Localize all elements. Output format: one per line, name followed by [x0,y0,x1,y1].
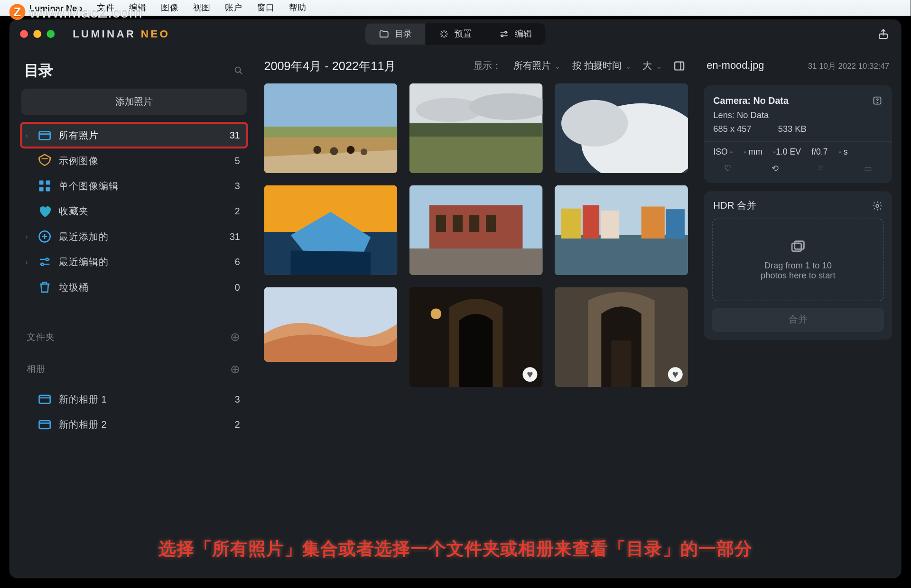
thumbnail[interactable]: ♥ [555,287,688,387]
sidebar-albums: 新的相册 1 3 新的相册 2 2 [21,387,247,436]
svg-point-10 [46,258,48,260]
dimensions: 685 x 457 [713,124,751,134]
sidebar-item-sample[interactable]: › 示例图像 5 [21,148,247,173]
trash-icon [37,280,52,294]
menu-help[interactable]: 帮助 [289,2,307,14]
close-icon[interactable] [20,30,28,38]
mode-segmented-control: 目录 预置 编辑 [365,23,545,45]
lens-label: Lens: No Data [713,108,883,122]
svg-point-16 [877,102,877,103]
menu-image[interactable]: 图像 [161,2,178,14]
hint-caption: 选择「所有照片」集合或者选择一个文件夹或相册来查看「目录」的一部分 [9,538,902,561]
favorite-badge-icon[interactable]: ♥ [523,367,538,382]
camera-label: Camera: No Data [713,95,789,106]
zoom-icon[interactable] [46,30,55,38]
menu-view[interactable]: 视图 [193,2,211,14]
svg-point-17 [876,204,879,207]
thumbnail[interactable] [555,83,688,174]
sidebar-item-label: 示例图像 [59,154,99,167]
sidebar: 目录 添加照片 › 所有照片 31› 示例图像 5› 单个图像编辑 3› 收藏夹… [9,49,256,579]
seg-edit[interactable]: 编辑 [485,23,545,45]
seg-presets[interactable]: 预置 [425,23,485,45]
thumbnail[interactable] [555,185,688,276]
metadata-card: Camera: No Data Lens: No Data 685 x 457 … [704,85,892,184]
sort-dropdown[interactable]: 按 拍摄时间⌄ [572,60,631,72]
thumbnail[interactable] [409,185,543,276]
app-window: LUMINAR NEO 目录 预置 编辑 目录 添加照片 › [9,19,902,579]
rotate-icon[interactable]: ⟲ [772,163,779,174]
sidebar-item-trash[interactable]: › 垃圾桶 0 [21,275,247,299]
thumbnail[interactable] [264,83,397,174]
menu-account[interactable]: 账户 [225,2,242,14]
sidebar-item-recent-edit[interactable]: › 最近编辑的 6 [21,250,247,274]
gear-icon[interactable] [872,200,883,211]
sidebar-item-label: 最近添加的 [59,230,109,243]
svg-point-1 [502,35,503,37]
filter-dropdown[interactable]: 所有照片⌄ [513,60,560,72]
thumbnail-grid: ♥♥ [261,83,691,387]
favorite-icon[interactable]: ♡ [724,163,732,174]
all-icon [37,128,52,143]
svg-point-0 [505,31,507,33]
add-photos-button[interactable]: 添加照片 [21,89,247,115]
sidebar-item-count: 0 [235,282,240,292]
sidebar-item-count: 6 [235,257,240,267]
svg-rect-4 [39,131,50,139]
favorite-badge-icon[interactable]: ♥ [668,367,683,382]
merge-button[interactable]: 合并 [712,308,884,332]
seg-edit-label: 编辑 [515,28,532,40]
thumbnail[interactable]: ♥ [409,287,543,387]
sidebar-item-label: 单个图像编辑 [59,180,119,193]
svg-point-3 [235,67,240,72]
sidebar-item-recent-add[interactable]: › 最近添加的 31 [21,224,247,248]
sidebar-item-count: 31 [230,130,240,140]
help-icon[interactable] [872,95,883,106]
share-icon[interactable] [877,28,889,40]
sidebar-item-label: 最近编辑的 [59,256,109,268]
window-controls [20,30,55,38]
seg-catalog[interactable]: 目录 [365,23,425,45]
watermark-url: www.MacZ.com [29,3,142,21]
albums-label: 相册 [27,363,45,375]
thumbnail[interactable] [264,287,397,362]
sliders-icon [499,28,509,39]
size-dropdown[interactable]: 大⌄ [642,60,661,72]
svg-rect-12 [39,395,50,404]
thumbnail[interactable] [264,185,397,276]
show-label: 显示： [474,60,502,72]
sidebar-item-count: 5 [235,155,240,165]
recent-edit-icon [37,255,52,269]
file-date: 31 10月 2022 10:32:47 [808,61,890,72]
add-folder-icon[interactable]: ⊕ [230,330,240,344]
menu-window[interactable]: 窗口 [257,2,275,14]
sidebar-album-item[interactable]: 新的相册 1 3 [21,387,247,411]
date-range: 2009年4月 - 2022年11月 [264,58,396,74]
main-header: 2009年4月 - 2022年11月 显示： 所有照片⌄ 按 拍摄时间⌄ 大⌄ [261,55,691,83]
albums-section-header: 相册 ⊕ [21,355,247,379]
sparkle-icon [438,28,449,39]
add-album-icon[interactable]: ⊕ [230,362,240,377]
album-label: 新的相册 2 [59,418,107,431]
info-panel: en-mood.jpg 31 10月 2022 10:32:47 Camera:… [701,49,901,579]
minimize-icon[interactable] [33,30,41,38]
svg-point-11 [41,263,43,266]
columns-icon[interactable] [673,60,685,72]
exif-row: ISO -- mm-1.0 EVf/0.7- s [713,147,883,157]
hdr-merge-card: HDR 合并 Drag from 1 to 10photos here to s… [704,191,892,340]
hdr-drop-zone[interactable]: Drag from 1 to 10photos here to start [712,219,884,301]
sidebar-item-heart[interactable]: › 收藏夹 2 [21,199,247,223]
sidebar-album-item[interactable]: 新的相册 2 2 [21,413,247,437]
sidebar-item-all[interactable]: › 所有照片 31 [21,123,247,147]
sidebar-item-count: 31 [230,231,240,242]
svg-rect-14 [675,62,684,70]
recent-add-icon [37,229,52,244]
copy-icon: ⧉ [818,163,825,174]
chevron-right-icon: › [25,258,35,266]
search-icon[interactable] [233,65,244,76]
heart-icon [37,204,52,219]
sample-icon [37,153,52,168]
thumbnail[interactable] [409,83,543,174]
sidebar-item-single[interactable]: › 单个图像编辑 3 [21,174,247,198]
album-icon [37,392,52,406]
chevron-right-icon: › [25,131,35,139]
